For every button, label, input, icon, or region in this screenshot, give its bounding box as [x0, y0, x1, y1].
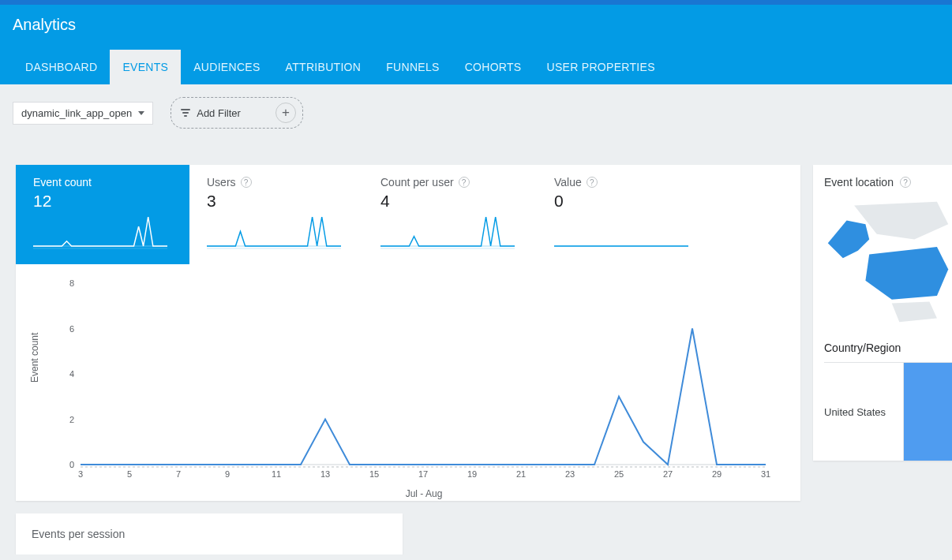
help-icon[interactable]: ? — [900, 177, 911, 188]
country-row[interactable]: United States — [824, 363, 952, 461]
svg-text:19: 19 — [467, 469, 477, 479]
summary-value: 12 — [33, 192, 177, 211]
tab-label: AUDIENCES — [193, 61, 260, 73]
sparkline-event-count — [33, 214, 167, 250]
summary-users[interactable]: Users ? 3 — [189, 165, 363, 264]
tab-label: USER PROPERTIES — [547, 61, 655, 73]
header: Analytics DASHBOARD EVENTS AUDIENCES ATT… — [0, 5, 952, 84]
summary-title: Count per user — [380, 176, 454, 189]
plus-icon: + — [275, 103, 296, 123]
summary-event-count[interactable]: Event count 12 — [16, 165, 189, 264]
tab-label: ATTRIBUTION — [286, 61, 362, 73]
summary-title: Event count — [33, 176, 92, 189]
summary-title: Value — [554, 176, 582, 189]
line-chart-svg: 0246835791113151719212325272931 — [63, 275, 774, 488]
add-filter-label: Add Filter — [197, 107, 241, 119]
svg-text:7: 7 — [176, 469, 181, 479]
chart-ylabel: Event count — [29, 333, 40, 383]
tab-label: FUNNELS — [386, 61, 439, 73]
svg-text:9: 9 — [225, 469, 230, 479]
svg-text:29: 29 — [712, 469, 721, 479]
filter-icon — [181, 109, 190, 117]
help-icon[interactable]: ? — [459, 177, 470, 188]
tab-label: COHORTS — [465, 61, 522, 73]
svg-text:0: 0 — [69, 460, 74, 469]
country-name: United States — [824, 406, 903, 418]
map-thumbnail — [824, 189, 952, 335]
svg-text:31: 31 — [761, 469, 770, 479]
tab-attribution[interactable]: ATTRIBUTION — [273, 50, 374, 84]
event-select[interactable]: dynamic_link_app_open — [13, 102, 153, 125]
tab-dashboard[interactable]: DASHBOARD — [13, 50, 110, 84]
sparkline-users — [207, 214, 341, 250]
svg-text:11: 11 — [272, 469, 281, 479]
add-filter-button[interactable]: Add Filter + — [171, 97, 303, 129]
sparkline-value — [554, 214, 688, 250]
summary-value: 4 — [380, 192, 524, 211]
summary-row: Event count 12 Users ? 3 C — [16, 165, 800, 264]
svg-text:25: 25 — [614, 469, 624, 479]
summary-value: 3 — [207, 192, 350, 211]
tab-user-properties[interactable]: USER PROPERTIES — [534, 50, 668, 84]
filter-bar: dynamic_link_app_open Add Filter + — [0, 84, 952, 129]
svg-text:13: 13 — [320, 469, 330, 479]
event-location-card: Event location ? Country/Region United S… — [813, 165, 952, 461]
event-select-value: dynamic_link_app_open — [21, 107, 132, 119]
svg-text:5: 5 — [127, 469, 132, 479]
help-icon[interactable]: ? — [241, 177, 252, 188]
tab-label: EVENTS — [122, 61, 168, 73]
country-region-header: Country/Region — [824, 335, 952, 362]
event-location-title: Event location — [824, 176, 894, 189]
chevron-down-icon — [138, 111, 144, 115]
tab-label: DASHBOARD — [25, 61, 97, 73]
events-per-session-card: Events per session — [16, 513, 403, 554]
page-title: Analytics — [13, 16, 939, 50]
svg-text:3: 3 — [78, 469, 83, 479]
events-per-session-title: Events per session — [32, 528, 125, 540]
event-count-chart: Event count 0246835791113151719212325272… — [16, 264, 800, 501]
tab-events[interactable]: EVENTS — [110, 50, 181, 84]
svg-text:23: 23 — [565, 469, 575, 479]
tab-cohorts[interactable]: COHORTS — [452, 50, 534, 84]
event-overview-card: Event count 12 Users ? 3 C — [16, 165, 800, 501]
svg-text:8: 8 — [69, 278, 74, 288]
sparkline-cpu — [380, 214, 515, 250]
svg-text:6: 6 — [69, 324, 74, 334]
summary-value-number: 0 — [554, 192, 698, 211]
svg-text:21: 21 — [516, 469, 526, 479]
tab-audiences[interactable]: AUDIENCES — [181, 50, 272, 84]
tab-funnels[interactable]: FUNNELS — [373, 50, 452, 84]
svg-text:17: 17 — [418, 469, 428, 479]
summary-value[interactable]: Value ? 0 — [537, 165, 710, 264]
svg-text:15: 15 — [369, 469, 379, 479]
svg-text:4: 4 — [69, 369, 74, 379]
nav-tabs: DASHBOARD EVENTS AUDIENCES ATTRIBUTION F… — [13, 50, 939, 84]
summary-title: Users — [207, 176, 236, 189]
chart-xlabel: Jul - Aug — [63, 488, 785, 499]
help-icon[interactable]: ? — [587, 177, 598, 188]
svg-text:27: 27 — [663, 469, 673, 479]
svg-text:2: 2 — [69, 415, 74, 424]
country-bar — [903, 363, 952, 461]
summary-count-per-user[interactable]: Count per user ? 4 — [363, 165, 537, 264]
